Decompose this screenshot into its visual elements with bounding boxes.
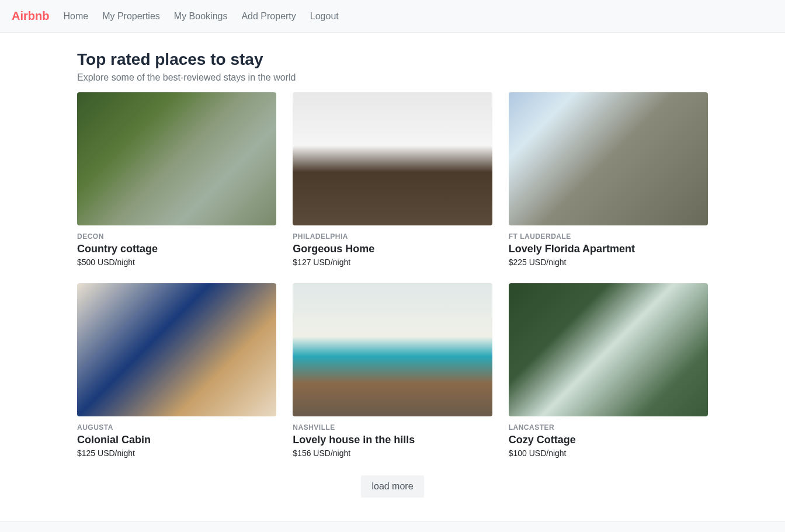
listing-title: Country cottage <box>77 243 276 255</box>
nav-my-properties[interactable]: My Properties <box>102 11 160 22</box>
nav-home[interactable]: Home <box>63 11 88 22</box>
nav-my-bookings[interactable]: My Bookings <box>174 11 228 22</box>
listing-price: $500 USD/night <box>77 258 276 267</box>
listing-title: Cozy Cottage <box>509 434 708 446</box>
listing-location: NASHVILLE <box>293 423 492 432</box>
listing-price: $156 USD/night <box>293 448 492 458</box>
main-container: Top rated places to stay Explore some of… <box>71 33 714 521</box>
logo[interactable]: Airbnb <box>12 9 49 23</box>
listing-card[interactable]: AUGUSTA Colonial Cabin $125 USD/night <box>77 283 276 458</box>
listing-title: Lovely Florida Apartment <box>509 243 708 255</box>
listing-image <box>293 92 492 225</box>
listing-card[interactable]: NASHVILLE Lovely house in the hills $156… <box>293 283 492 458</box>
load-more-button[interactable]: load more <box>361 475 423 498</box>
listing-image <box>77 283 276 416</box>
listing-image <box>77 92 276 225</box>
listing-price: $127 USD/night <box>293 258 492 267</box>
listing-card[interactable]: PHILADELPHIA Gorgeous Home $127 USD/nigh… <box>293 92 492 267</box>
load-more-container: load more <box>77 475 708 498</box>
listing-location: LANCASTER <box>509 423 708 432</box>
listing-card[interactable]: FT LAUDERDALE Lovely Florida Apartment $… <box>509 92 708 267</box>
listing-price: $125 USD/night <box>77 448 276 458</box>
listing-price: $100 USD/night <box>509 448 708 458</box>
listing-image <box>509 92 708 225</box>
listings-grid: DECON Country cottage $500 USD/night PHI… <box>77 92 708 458</box>
listing-location: AUGUSTA <box>77 423 276 432</box>
listing-location: FT LAUDERDALE <box>509 232 708 241</box>
listing-title: Gorgeous Home <box>293 243 492 255</box>
nav-add-property[interactable]: Add Property <box>241 11 296 22</box>
page-subtitle: Explore some of the best-reviewed stays … <box>77 72 708 83</box>
listing-location: PHILADELPHIA <box>293 232 492 241</box>
listing-location: DECON <box>77 232 276 241</box>
listing-price: $225 USD/night <box>509 258 708 267</box>
page-title: Top rated places to stay <box>77 50 708 69</box>
listing-image <box>509 283 708 416</box>
footer: Airbnb Clone <box>0 521 785 532</box>
nav-logout[interactable]: Logout <box>310 11 339 22</box>
listing-card[interactable]: DECON Country cottage $500 USD/night <box>77 92 276 267</box>
listing-image <box>293 283 492 416</box>
listing-card[interactable]: LANCASTER Cozy Cottage $100 USD/night <box>509 283 708 458</box>
listing-title: Colonial Cabin <box>77 434 276 446</box>
navbar: Airbnb Home My Properties My Bookings Ad… <box>0 0 785 33</box>
listing-title: Lovely house in the hills <box>293 434 492 446</box>
